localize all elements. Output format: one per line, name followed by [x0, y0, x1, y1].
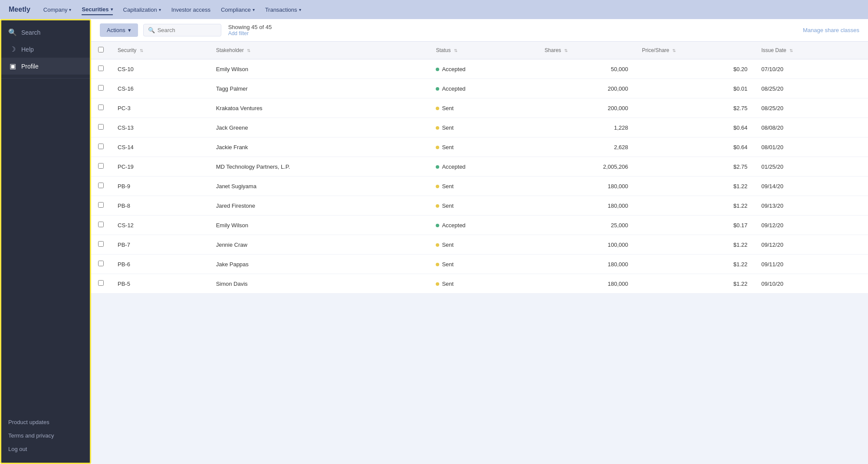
row-stakeholder: MD Technology Partners, L.P. — [209, 157, 429, 176]
row-checkbox[interactable] — [98, 202, 104, 208]
row-checkbox-cell[interactable] — [91, 176, 111, 196]
row-shares: 200,000 — [538, 98, 635, 118]
table-row[interactable]: CS-16 Tagg Palmer Accepted 200,000 $0.01… — [91, 79, 868, 98]
row-checkbox[interactable] — [98, 280, 104, 286]
row-price-share: $0.20 — [635, 59, 754, 79]
row-checkbox-cell[interactable] — [91, 274, 111, 294]
row-stakeholder: Jared Firestone — [209, 196, 429, 216]
sort-icon[interactable]: ⇅ — [564, 48, 568, 53]
row-stakeholder: Emily Wilson — [209, 59, 429, 79]
sidebar-item-product-updates[interactable]: Product updates — [1, 415, 90, 429]
row-checkbox[interactable] — [98, 124, 104, 130]
nav-investor-access[interactable]: Investor access — [171, 5, 210, 15]
sidebar-item-logout[interactable]: Log out — [1, 442, 90, 456]
row-checkbox-cell[interactable] — [91, 255, 111, 274]
table-row[interactable]: CS-13 Jack Greene Sent 1,228 $0.64 08/08… — [91, 118, 868, 137]
sidebar-item-search[interactable]: 🔍 Search — [1, 24, 90, 41]
showing-count: Showing 45 of 45 — [228, 24, 272, 30]
chevron-down-icon: ▾ — [69, 7, 71, 12]
row-issue-date: 08/08/20 — [754, 118, 868, 137]
row-checkbox-cell[interactable] — [91, 137, 111, 157]
row-checkbox-cell[interactable] — [91, 235, 111, 255]
row-issue-date: 01/25/20 — [754, 157, 868, 176]
table-header-row: Security ⇅ Stakeholder ⇅ Status ⇅ Shar — [91, 42, 868, 59]
row-stakeholder: Jackie Frank — [209, 137, 429, 157]
status-dot — [436, 165, 439, 169]
status-dot — [436, 68, 439, 71]
row-status: Sent — [429, 196, 537, 216]
status-dot — [436, 282, 439, 286]
row-checkbox-cell[interactable] — [91, 118, 111, 137]
select-all-header[interactable] — [91, 42, 111, 59]
profile-icon: ▣ — [8, 62, 17, 70]
row-checkbox[interactable] — [98, 105, 104, 110]
sidebar: 🔍 Search ☽ Help ▣ Profile Product update… — [0, 19, 91, 464]
row-stakeholder: Jennie Craw — [209, 235, 429, 255]
row-checkbox-cell[interactable] — [91, 157, 111, 176]
row-status: Accepted — [429, 216, 537, 235]
table-row[interactable]: PC-3 Krakatoa Ventures Sent 200,000 $2.7… — [91, 98, 868, 118]
nav-capitalization[interactable]: Capitalization ▾ — [123, 5, 161, 15]
row-checkbox[interactable] — [98, 183, 104, 188]
row-checkbox-cell[interactable] — [91, 59, 111, 79]
sort-icon[interactable]: ⇅ — [454, 48, 457, 53]
sidebar-item-profile[interactable]: ▣ Profile — [1, 58, 90, 75]
nav-compliance[interactable]: Compliance ▾ — [221, 5, 255, 15]
search-icon: 🔍 — [148, 27, 155, 33]
nav-transactions[interactable]: Transactions ▾ — [265, 5, 301, 15]
search-box[interactable]: 🔍 — [143, 24, 221, 36]
row-checkbox[interactable] — [98, 163, 104, 169]
table-row[interactable]: CS-12 Emily Wilson Accepted 25,000 $0.17… — [91, 216, 868, 235]
table-row[interactable]: PB-7 Jennie Craw Sent 100,000 $1.22 09/1… — [91, 235, 868, 255]
manage-share-classes-link[interactable]: Manage share classes — [803, 27, 859, 33]
row-status: Sent — [429, 118, 537, 137]
table-row[interactable]: PB-9 Janet Sugiyama Sent 180,000 $1.22 0… — [91, 176, 868, 196]
brand-logo[interactable]: Meetly — [9, 6, 30, 13]
chevron-down-icon: ▾ — [299, 7, 301, 12]
nav-securities[interactable]: Securities ▾ — [82, 4, 112, 15]
row-price-share: $1.22 — [635, 255, 754, 274]
sort-icon[interactable]: ⇅ — [672, 48, 676, 53]
select-all-checkbox[interactable] — [98, 47, 104, 52]
row-stakeholder: Krakatoa Ventures — [209, 98, 429, 118]
row-checkbox[interactable] — [98, 85, 104, 91]
table-row[interactable]: CS-14 Jackie Frank Sent 2,628 $0.64 08/0… — [91, 137, 868, 157]
row-checkbox[interactable] — [98, 261, 104, 266]
row-shares: 180,000 — [538, 255, 635, 274]
row-security: CS-12 — [111, 216, 209, 235]
row-security: PC-3 — [111, 98, 209, 118]
row-stakeholder: Janet Sugiyama — [209, 176, 429, 196]
table-row[interactable]: PB-6 Jake Pappas Sent 180,000 $1.22 09/1… — [91, 255, 868, 274]
row-checkbox-cell[interactable] — [91, 196, 111, 216]
table-row[interactable]: PB-8 Jared Firestone Sent 180,000 $1.22 … — [91, 196, 868, 216]
table-row[interactable]: PB-5 Simon Davis Sent 180,000 $1.22 09/1… — [91, 274, 868, 294]
status-dot — [436, 146, 439, 149]
row-checkbox[interactable] — [98, 241, 104, 247]
row-checkbox[interactable] — [98, 144, 104, 149]
chevron-down-icon: ▾ — [159, 7, 161, 12]
table-row[interactable]: CS-10 Emily Wilson Accepted 50,000 $0.20… — [91, 59, 868, 79]
row-issue-date: 09/12/20 — [754, 216, 868, 235]
status-dot — [436, 126, 439, 130]
sidebar-item-terms[interactable]: Terms and privacy — [1, 429, 90, 442]
row-shares: 200,000 — [538, 79, 635, 98]
row-price-share: $2.75 — [635, 98, 754, 118]
row-security: PB-6 — [111, 255, 209, 274]
nav-company[interactable]: Company ▾ — [43, 5, 72, 15]
row-checkbox[interactable] — [98, 65, 104, 71]
add-filter-link[interactable]: Add filter — [228, 30, 272, 36]
sort-icon[interactable]: ⇅ — [140, 48, 143, 53]
row-checkbox[interactable] — [98, 222, 104, 227]
search-input[interactable] — [158, 27, 217, 33]
row-stakeholder: Jake Pappas — [209, 255, 429, 274]
sort-icon[interactable]: ⇅ — [247, 48, 250, 53]
sidebar-item-help[interactable]: ☽ Help — [1, 41, 90, 58]
row-checkbox-cell[interactable] — [91, 98, 111, 118]
sort-icon[interactable]: ⇅ — [789, 48, 793, 53]
row-checkbox-cell[interactable] — [91, 216, 111, 235]
table-row[interactable]: PC-19 MD Technology Partners, L.P. Accep… — [91, 157, 868, 176]
row-issue-date: 09/12/20 — [754, 235, 868, 255]
row-checkbox-cell[interactable] — [91, 79, 111, 98]
col-shares: Shares ⇅ — [538, 42, 635, 59]
actions-button[interactable]: Actions ▾ — [100, 23, 138, 37]
